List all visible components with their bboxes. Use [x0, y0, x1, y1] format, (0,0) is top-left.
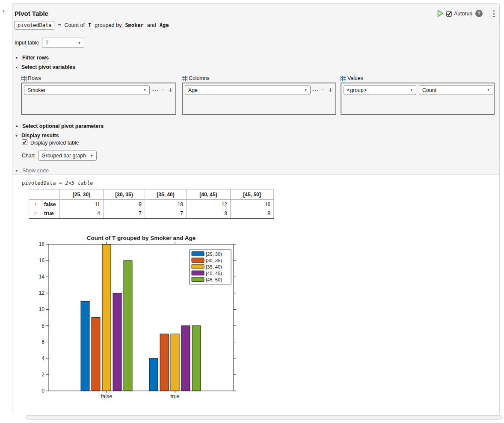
rows-variable-dropdown[interactable]: Smoker ▼: [24, 85, 150, 95]
formula-row-var: Smoker: [125, 22, 143, 28]
table-cell: 11: [60, 200, 104, 209]
collapsed-arrow-icon: ▶: [16, 169, 20, 172]
result-equals: =: [59, 180, 62, 186]
bar-[35, 40)-false: [102, 244, 111, 391]
legend-label: [35, 40): [206, 264, 222, 269]
rows-panel: Smoker ▼ ⋯ − +: [21, 83, 176, 115]
column-header: [25, 30): [60, 189, 104, 200]
y-tick-label: 16: [39, 257, 45, 263]
legend-swatch: [192, 277, 204, 282]
values-group-dropdown[interactable]: <group> ▼: [344, 85, 416, 95]
section-show-code[interactable]: ▶ Show code: [16, 168, 49, 174]
values-label-text: Values: [347, 75, 363, 81]
y-tick-label: 18: [39, 241, 45, 247]
display-pivoted-table-checkbox[interactable]: [22, 139, 27, 145]
result-variable: pivotedData: [22, 180, 56, 186]
task-formula: pivotedData = Count of T grouped by Smok…: [15, 21, 169, 30]
table-row: 1false119181216: [29, 200, 274, 209]
section-select-pivot-variables[interactable]: ▼ Select pivot variables: [15, 64, 75, 70]
table-cell: 18: [145, 200, 187, 209]
columns-variable-value: Age: [188, 87, 198, 93]
rows-remove-variable-button[interactable]: −: [160, 85, 165, 95]
legend-label: [30, 35): [206, 258, 222, 263]
legend-swatch: [192, 271, 204, 275]
rows-more-options-button[interactable]: ⋯: [152, 85, 159, 95]
y-tick-label: 12: [39, 290, 45, 296]
chevron-down-icon: ▼: [90, 154, 93, 157]
values-group-value: <group>: [347, 87, 367, 93]
y-tick-label: 2: [42, 372, 44, 378]
legend-label: [25, 30): [206, 251, 222, 257]
table-grid-icon: [21, 76, 27, 81]
select-optional-label: Select optional pivot parameters: [22, 123, 104, 129]
output-variable-box[interactable]: pivotedData: [15, 21, 54, 30]
values-method-dropdown[interactable]: Count ▼: [419, 85, 493, 95]
column-header: [35, 40): [145, 189, 187, 200]
rows-label-text: Rows: [28, 75, 41, 81]
chart-type-value: Grouped bar graph: [42, 153, 86, 159]
check-icon: [22, 140, 27, 145]
result-line: pivotedData = 2×5 table: [22, 180, 93, 186]
run-button[interactable]: [436, 9, 444, 18]
chart-label: Chart: [22, 153, 35, 159]
filter-rows-label: Filter rows: [22, 55, 49, 61]
header-divider: [471, 10, 471, 18]
bar-[25, 30)-true: [149, 358, 158, 391]
legend-label: [45, 50]: [206, 277, 222, 282]
values-panel-label: Values: [341, 75, 363, 81]
header-rule: [12, 34, 499, 34]
section-filter-rows[interactable]: ▶ Filter rows: [16, 55, 49, 61]
formula-grouped-by: grouped by: [95, 22, 122, 28]
section-display-results[interactable]: ▼ Display results: [15, 133, 59, 139]
row-index: 2: [29, 209, 42, 219]
section-select-optional-parameters[interactable]: ▶ Select optional pivot parameters: [16, 123, 104, 129]
bar-[30, 35)-true: [160, 334, 169, 391]
display-pivoted-table-label: Display pivoted table: [30, 140, 79, 146]
formula-table-var: T: [88, 22, 91, 28]
y-tick-label: 6: [42, 339, 44, 345]
show-code-label: Show code: [22, 168, 49, 174]
chevron-down-icon: ▼: [143, 89, 146, 92]
table-cell: 16: [231, 200, 274, 209]
row-name: true: [42, 209, 60, 219]
bar-[30, 35)-false: [92, 318, 100, 391]
controls-rule: [12, 164, 499, 164]
help-icon[interactable]: ?: [475, 10, 483, 17]
pivoted-table-container: [25, 30)[30, 35)[35, 40)[40, 45)[45, 50]…: [29, 189, 274, 219]
chevron-down-icon: ▼: [78, 41, 81, 44]
columns-more-options-button[interactable]: ⋯: [312, 85, 319, 95]
task-collapse-icon[interactable]: ▼: [2, 9, 5, 13]
result-dimensions: 2×5 table: [65, 180, 93, 186]
bar-[40, 45)-false: [113, 293, 122, 391]
check-icon: [447, 12, 451, 16]
legend-label: [40, 45): [206, 271, 222, 276]
columns-add-variable-button[interactable]: +: [328, 85, 333, 95]
collapsed-arrow-icon: ▶: [16, 124, 20, 128]
horizontal-scrollbar[interactable]: [26, 415, 502, 420]
autorun-checkbox[interactable]: [446, 11, 452, 17]
row-name: false: [42, 200, 60, 209]
columns-remove-variable-button[interactable]: −: [320, 85, 325, 95]
chart-title: Count of T grouped by Smoker and Age: [87, 235, 196, 241]
formula-and: and: [147, 22, 156, 28]
column-header: [30, 35): [104, 189, 145, 200]
equals-sign: =: [58, 22, 61, 28]
bar-[45, 50]-false: [124, 260, 132, 391]
chevron-down-icon: ▼: [487, 89, 490, 92]
pivoted-table: [25, 30)[30, 35)[35, 40)[40, 45)[45, 50]…: [29, 189, 274, 219]
legend-swatch: [192, 258, 204, 263]
y-tick-label: 0: [42, 388, 44, 394]
row-index: 1: [29, 200, 42, 209]
input-table-dropdown[interactable]: T ▼: [42, 38, 84, 48]
columns-variable-dropdown[interactable]: Age ▼: [185, 85, 311, 95]
kebab-menu-icon[interactable]: [492, 10, 496, 17]
chart-type-dropdown[interactable]: Grouped bar graph ▼: [38, 151, 97, 161]
input-table-value: T: [45, 40, 49, 46]
y-tick-label: 8: [42, 323, 44, 329]
rows-add-variable-button[interactable]: +: [168, 85, 173, 95]
x-category-label: true: [170, 393, 179, 399]
table-grid-icon: [341, 76, 346, 81]
input-table-label: Input table: [15, 40, 39, 46]
pivot-table-task: Pivot Table Autorun ? pivotedData = Coun…: [12, 3, 500, 414]
task-output-area: pivotedData = 2×5 table [25, 30)[30, 35)…: [12, 175, 499, 415]
